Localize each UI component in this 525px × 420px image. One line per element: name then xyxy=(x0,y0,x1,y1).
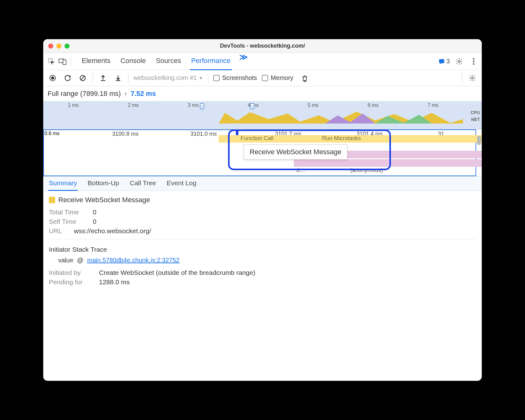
recording-name: websocketking.com #1 xyxy=(133,74,197,81)
url-value: wss://echo.websocket.org/ xyxy=(74,227,151,235)
event-color-swatch xyxy=(49,197,55,203)
panel-tabs: Elements Console Sources Performance ≫ xyxy=(81,52,437,70)
ov-tick: 3 ms xyxy=(188,102,199,108)
svg-rect-3 xyxy=(439,59,444,63)
full-range-label[interactable]: Full range (7899.18 ms) xyxy=(48,90,121,98)
reload-record-button[interactable] xyxy=(63,73,73,83)
net-label: NET xyxy=(470,117,480,122)
overview-handle-left[interactable] xyxy=(200,103,204,109)
checkbox-icon xyxy=(262,75,268,81)
scrollbar-thumb[interactable] xyxy=(477,136,481,145)
upload-profile-button[interactable] xyxy=(98,73,108,83)
detail-tab-bottom-up[interactable]: Bottom-Up xyxy=(87,176,120,191)
range-breadcrumb: Full range (7899.18 ms) › 7.52 ms xyxy=(43,86,482,101)
total-time-label: Total Time xyxy=(49,208,86,216)
summary-panel: Receive WebSocket Message Total Time 0 S… xyxy=(43,191,482,381)
device-toolbar-icon[interactable] xyxy=(58,56,68,66)
stack-fn: value xyxy=(58,257,73,264)
screenshots-checkbox[interactable]: Screenshots xyxy=(213,74,257,81)
divider xyxy=(208,73,208,83)
ov-tick: 6 ms xyxy=(367,102,378,108)
detail-tab-summary[interactable]: Summary xyxy=(48,176,78,191)
url-label: URL xyxy=(49,227,68,235)
inspect-element-icon[interactable] xyxy=(46,56,56,66)
svg-point-4 xyxy=(458,60,460,62)
checkbox-icon xyxy=(213,75,220,81)
cpu-label: CPU xyxy=(470,110,480,115)
recording-selector[interactable]: websocketking.com #1 ▼ xyxy=(133,74,203,81)
stack-trace-line: value @ main.5780db4e.chunk.js:2:32752 xyxy=(58,256,476,264)
detail-tab-event-log[interactable]: Event Log xyxy=(166,176,197,191)
svg-rect-2 xyxy=(63,60,66,65)
event-name: Receive WebSocket Message xyxy=(58,196,150,204)
detail-tab-call-tree[interactable]: Call Tree xyxy=(129,176,157,191)
clear-button[interactable] xyxy=(78,73,88,83)
download-profile-button[interactable] xyxy=(113,73,123,83)
main-tabbar: Elements Console Sources Performance ≫ 3 xyxy=(43,53,482,70)
overview-chart xyxy=(43,110,463,123)
devtools-window: DevTools - websocketking.com/ Elements C… xyxy=(43,39,482,381)
flame-tooltip: Receive WebSocket Message xyxy=(244,144,347,160)
overview-strip[interactable]: 1 ms 2 ms 3 ms 4 ms 5 ms 6 ms 7 ms CPU N… xyxy=(43,101,482,129)
memory-label: Memory xyxy=(271,74,293,81)
divider xyxy=(128,73,128,83)
stack-at: @ xyxy=(77,257,83,264)
flame-tick: 0.6 ms xyxy=(44,131,60,136)
initiated-by-label: Initiated by xyxy=(49,269,93,276)
svg-point-9 xyxy=(51,76,54,80)
memory-checkbox[interactable]: Memory xyxy=(262,74,293,81)
divider xyxy=(49,239,476,239)
initiated-by-value: Create WebSocket (outside of the breadcr… xyxy=(99,269,255,276)
tab-sources[interactable]: Sources xyxy=(154,52,182,70)
flame-chart[interactable]: 0.6 ms 3100.8 ms 3101.0 ms 3101.2 ms 310… xyxy=(43,129,482,176)
tab-performance[interactable]: Performance xyxy=(190,52,232,70)
flame-tick: 3101.0 ms xyxy=(190,131,217,137)
chevron-right-icon: › xyxy=(125,90,127,98)
self-time-label: Self Time xyxy=(49,218,86,225)
maximize-window-button[interactable] xyxy=(65,44,70,49)
tab-console[interactable]: Console xyxy=(119,52,147,70)
tabs-overflow-button[interactable]: ≫ xyxy=(239,52,248,70)
ov-tick: 2 ms xyxy=(128,102,139,108)
minimize-window-button[interactable] xyxy=(56,44,61,49)
window-controls xyxy=(48,44,70,49)
dropdown-triangle-icon: ▼ xyxy=(199,76,203,81)
window-title: DevTools - websocketking.com/ xyxy=(43,43,482,49)
svg-point-6 xyxy=(473,60,475,62)
collect-garbage-button[interactable] xyxy=(300,73,310,83)
settings-gear-icon[interactable] xyxy=(454,56,464,66)
tab-elements[interactable]: Elements xyxy=(81,52,112,70)
pending-for-label: Pending for xyxy=(49,278,93,286)
detail-tabs: Summary Bottom-Up Call Tree Event Log xyxy=(43,176,482,191)
self-time-value: 0 xyxy=(93,218,96,225)
titlebar: DevTools - websocketking.com/ xyxy=(43,39,482,53)
selected-range-value[interactable]: 7.52 ms xyxy=(131,90,156,98)
ov-tick: 7 ms xyxy=(428,102,439,108)
divider xyxy=(462,73,462,83)
close-window-button[interactable] xyxy=(48,44,53,49)
screenshots-label: Screenshots xyxy=(222,74,257,81)
console-messages-badge[interactable]: 3 xyxy=(438,58,450,65)
svg-line-11 xyxy=(81,76,85,80)
divider xyxy=(71,57,71,66)
overview-row-labels: CPU NET xyxy=(470,110,480,122)
ov-tick: 5 ms xyxy=(308,102,319,108)
right-tools: 3 xyxy=(438,56,479,66)
capture-settings-gear-icon[interactable] xyxy=(467,73,477,83)
perf-toolbar: websocketking.com #1 ▼ Screenshots Memor… xyxy=(43,70,482,86)
svg-point-12 xyxy=(471,77,473,79)
event-title-row: Receive WebSocket Message xyxy=(49,196,476,204)
svg-point-5 xyxy=(473,58,475,60)
overview-handle-right[interactable] xyxy=(250,103,254,109)
stack-trace-title: Initiator Stack Trace xyxy=(49,246,476,253)
more-menu-icon[interactable] xyxy=(469,56,479,66)
divider xyxy=(93,73,93,83)
message-count: 3 xyxy=(446,58,450,65)
pending-for-value: 1288.0 ms xyxy=(99,278,130,286)
svg-point-7 xyxy=(473,63,475,65)
stack-source-link[interactable]: main.5780db4e.chunk.js:2:32752 xyxy=(87,257,179,264)
total-time-value: 0 xyxy=(93,208,96,216)
record-button[interactable] xyxy=(48,73,58,83)
flame-tick: 3100.8 ms xyxy=(112,131,138,137)
ov-tick: 1 ms xyxy=(68,102,79,108)
